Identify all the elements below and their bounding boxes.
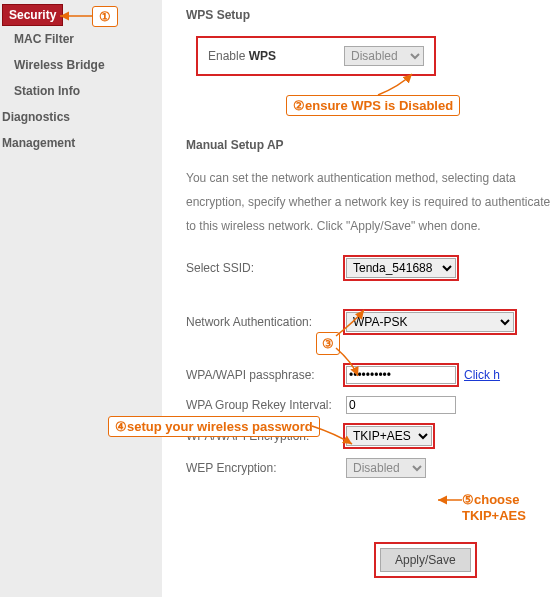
rekey-label: WPA Group Rekey Interval: <box>186 398 346 412</box>
enc-label: WPA/WAPI Encryption: <box>186 429 346 443</box>
sidebar: Security MAC Filter Wireless Bridge Stat… <box>0 0 162 597</box>
sidebar-item-management[interactable]: Management <box>0 130 162 156</box>
pass-label: WPA/WAPI passphrase: <box>186 368 346 382</box>
manual-heading: Manual Setup AP <box>186 138 553 152</box>
enc-select[interactable]: TKIP+AES <box>346 426 432 446</box>
wps-enable-box: Enable WPS Disabled <box>196 36 436 76</box>
sidebar-item-station-info[interactable]: Station Info <box>0 78 162 104</box>
apply-save-button[interactable]: Apply/Save <box>380 548 471 572</box>
wep-label: WEP Encryption: <box>186 461 346 475</box>
auth-label: Network Authentication: <box>186 315 346 329</box>
row-rekey: WPA Group Rekey Interval: <box>186 396 553 414</box>
ssid-label: Select SSID: <box>186 261 346 275</box>
auth-select[interactable]: WPA-PSK <box>346 312 514 332</box>
manual-description: You can set the network authentication m… <box>186 166 553 238</box>
pass-input[interactable] <box>346 366 456 384</box>
wep-select[interactable]: Disabled <box>346 458 426 478</box>
sidebar-item-mac-filter[interactable]: MAC Filter <box>0 26 162 52</box>
sidebar-item-diagnostics[interactable]: Diagnostics <box>0 104 162 130</box>
ssid-select[interactable]: Tenda_541688 <box>346 258 456 278</box>
row-ssid: Select SSID: Tenda_541688 <box>186 258 553 278</box>
row-auth: Network Authentication: WPA-PSK <box>186 312 553 332</box>
row-encryption: WPA/WAPI Encryption: TKIP+AES <box>186 426 553 446</box>
pass-hint-link[interactable]: Click h <box>464 368 500 382</box>
sidebar-item-security[interactable]: Security <box>2 4 63 26</box>
wps-enable-select[interactable]: Disabled <box>344 46 424 66</box>
row-wep: WEP Encryption: Disabled <box>186 458 553 478</box>
wps-heading: WPS Setup <box>186 8 553 22</box>
sidebar-item-wireless-bridge[interactable]: Wireless Bridge <box>0 52 162 78</box>
row-passphrase: WPA/WAPI passphrase: Click h <box>186 366 553 384</box>
main-panel: WPS Setup Enable WPS Disabled Manual Set… <box>162 0 553 597</box>
rekey-input[interactable] <box>346 396 456 414</box>
wps-enable-label: Enable WPS <box>208 49 276 63</box>
